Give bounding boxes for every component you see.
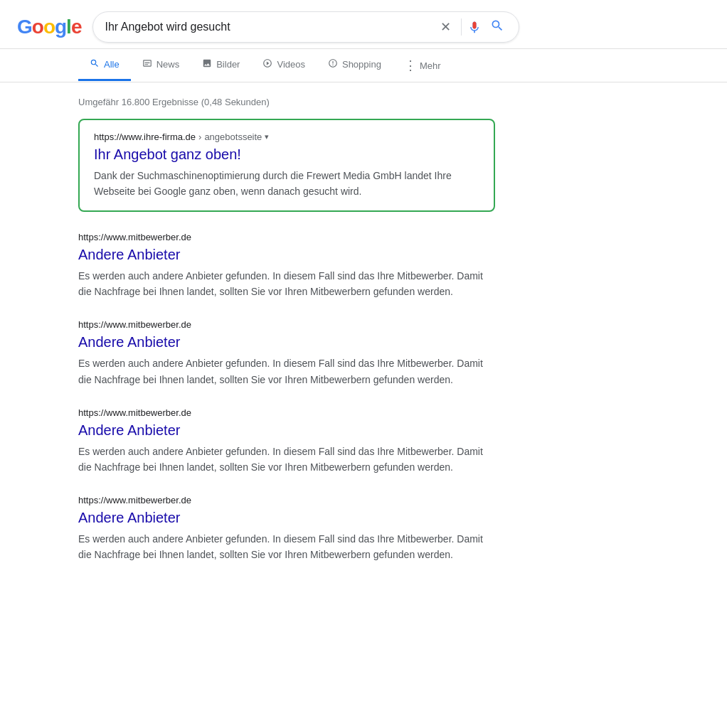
competitor2-snippet: Es werden auch andere Anbieter gefunden.… [78, 355, 495, 387]
voice-search-icon[interactable] [467, 20, 482, 34]
competitor3-title[interactable]: Andere Anbieter [78, 421, 495, 439]
logo-letter-g: G [17, 16, 32, 38]
logo-letter-o1: o [32, 16, 43, 38]
search-divider [461, 18, 462, 36]
result-item-competitor2: https://www.mitbewerber.de Andere Anbiet… [78, 319, 495, 387]
nav-tabs: Alle News Bilder Videos [0, 49, 727, 82]
competitor1-title[interactable]: Andere Anbieter [78, 245, 495, 264]
more-dots-icon: ⋮ [404, 58, 417, 73]
competitor1-url: https://www.mitbewerber.de [78, 232, 495, 242]
featured-url-breadcrumb: angebotsseite [204, 132, 262, 142]
tab-more[interactable]: ⋮ Mehr [393, 49, 452, 82]
competitor2-title[interactable]: Andere Anbieter [78, 333, 495, 351]
competitor4-url-domain: https://www.mitbewerber.de [78, 495, 191, 505]
competitor3-url: https://www.mitbewerber.de [78, 407, 495, 418]
logo-letter-g2: g [55, 16, 66, 38]
featured-url-chevron-icon[interactable]: ▾ [265, 132, 269, 141]
tab-images-label: Bilder [216, 59, 240, 70]
results-stats: Umgefähr 16.800 Ergebnisse (0,48 Sekunde… [78, 91, 495, 107]
tab-images-icon [202, 58, 212, 70]
competitor3-url-domain: https://www.mitbewerber.de [78, 407, 191, 418]
competitor2-url-domain: https://www.mitbewerber.de [78, 319, 191, 330]
competitor1-url-domain: https://www.mitbewerber.de [78, 232, 191, 242]
featured-result: https://www.ihre-firma.de › angebotsseit… [78, 119, 495, 212]
result-item-competitor1: https://www.mitbewerber.de Andere Anbiet… [78, 232, 495, 299]
competitor4-url: https://www.mitbewerber.de [78, 495, 495, 505]
logo-letter-l: l [66, 16, 71, 38]
tab-news-label: News [156, 59, 180, 70]
tab-shopping-label: Shopping [342, 59, 381, 70]
tab-all[interactable]: Alle [78, 50, 131, 81]
result-item-competitor3: https://www.mitbewerber.de Andere Anbiet… [78, 407, 495, 475]
tab-shopping-icon [328, 58, 338, 70]
tab-all-icon [90, 58, 100, 70]
featured-result-snippet: Dank der Suchmaschinenoptimierung durch … [94, 168, 479, 199]
tab-more-label: Mehr [420, 60, 441, 71]
tab-shopping[interactable]: Shopping [317, 50, 393, 81]
competitor4-title[interactable]: Andere Anbieter [78, 508, 495, 527]
tab-images[interactable]: Bilder [191, 50, 251, 81]
logo-letter-o2: o [43, 16, 55, 38]
tab-videos-icon [262, 58, 272, 70]
search-input[interactable] [105, 21, 430, 33]
search-submit-icon[interactable] [487, 17, 507, 38]
clear-icon[interactable]: ✕ [436, 18, 455, 36]
tab-videos-label: Videos [277, 59, 305, 70]
header: Google ✕ [0, 0, 727, 49]
search-bar: ✕ [92, 11, 519, 43]
logo-letter-e: e [71, 16, 82, 38]
result-item-competitor4: https://www.mitbewerber.de Andere Anbiet… [78, 495, 495, 562]
featured-result-url: https://www.ihre-firma.de › angebotsseit… [94, 132, 479, 142]
featured-url-separator: › [198, 132, 201, 142]
tab-news[interactable]: News [131, 50, 191, 81]
tab-videos[interactable]: Videos [251, 50, 317, 81]
tab-all-label: Alle [104, 59, 120, 70]
competitor3-snippet: Es werden auch andere Anbieter gefunden.… [78, 444, 495, 475]
featured-url-domain: https://www.ihre-firma.de [94, 132, 196, 142]
tab-news-icon [142, 58, 152, 70]
competitor4-snippet: Es werden auch andere Anbieter gefunden.… [78, 531, 495, 562]
competitor1-snippet: Es werden auch andere Anbieter gefunden.… [78, 268, 495, 299]
google-logo: Google [17, 16, 81, 38]
results-area: Umgefähr 16.800 Ergebnisse (0,48 Sekunde… [0, 82, 512, 599]
competitor2-url: https://www.mitbewerber.de [78, 319, 495, 330]
featured-result-title[interactable]: Ihr Angebot ganz oben! [94, 145, 479, 164]
